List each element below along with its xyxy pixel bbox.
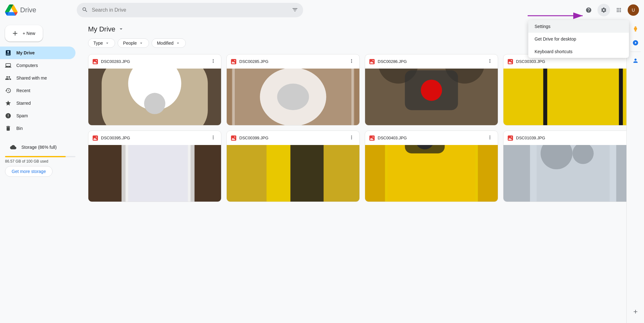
search-input[interactable] <box>92 7 288 13</box>
image-file-icon <box>369 58 375 65</box>
computers-icon <box>5 62 11 69</box>
file-more-button[interactable] <box>347 57 356 66</box>
file-thumbnail <box>227 69 359 125</box>
svg-rect-41 <box>388 145 475 202</box>
storage-icon <box>10 144 16 150</box>
file-card[interactable]: DSC00286.JPG <box>365 54 498 125</box>
file-name: DSC00285.JPG <box>239 59 269 64</box>
sidebar-item-my-drive[interactable]: My Drive <box>0 47 75 59</box>
settings-button[interactable] <box>597 4 610 16</box>
right-panel <box>626 20 644 323</box>
image-file-icon <box>230 135 237 141</box>
sidebar-item-shared[interactable]: Shared with me <box>0 72 75 84</box>
file-card-header: DSC00403.JPG <box>365 131 498 145</box>
logo-area: Drive <box>5 4 74 16</box>
get-more-storage-button[interactable]: Get more storage <box>5 166 53 177</box>
help-button[interactable] <box>582 4 595 16</box>
modified-filter-button[interactable]: Modified <box>152 38 186 48</box>
svg-rect-35 <box>267 145 291 202</box>
file-more-button[interactable] <box>209 133 217 142</box>
svg-point-13 <box>373 60 374 61</box>
drive-dropdown-arrow[interactable] <box>118 26 124 33</box>
sidebar-item-recent[interactable]: Recent <box>0 84 75 97</box>
file-thumbnail <box>88 145 221 202</box>
file-card-header: DSC01039.JPG <box>503 131 636 145</box>
file-name-area: DSC00283.JPG <box>92 58 130 65</box>
file-thumbnail <box>365 145 498 202</box>
storage-used-text: 86.57 GB of 100 GB used <box>5 159 75 164</box>
svg-point-45 <box>511 136 512 137</box>
svg-rect-54 <box>635 31 636 32</box>
file-grid: DSC00283.JPG <box>88 54 636 202</box>
file-thumbnail <box>227 145 359 202</box>
keep-button[interactable] <box>629 23 642 35</box>
sidebar-label-computers: Computers <box>16 63 38 68</box>
svg-point-18 <box>421 80 442 101</box>
search-bar[interactable] <box>77 3 303 17</box>
file-card[interactable]: DSC00395.JPG <box>88 131 221 202</box>
dropdown-keyboard-shortcuts[interactable]: Keyboard shortcuts <box>528 45 629 58</box>
sidebar-item-starred[interactable]: Starred <box>0 97 75 109</box>
file-card-header: DSC00286.JPG <box>365 54 498 69</box>
file-card[interactable]: DSC00283.JPG <box>88 54 221 125</box>
people-filter-button[interactable]: People <box>118 38 149 48</box>
svg-rect-44 <box>508 135 513 141</box>
svg-rect-31 <box>128 145 188 202</box>
filter-sliders-icon[interactable] <box>292 7 298 14</box>
file-name-area: DSC00286.JPG <box>369 58 407 65</box>
file-card-header: DSC00395.JPG <box>88 131 221 145</box>
google-apps-button[interactable] <box>613 4 625 16</box>
file-name: DSC00286.JPG <box>378 59 407 64</box>
dropdown-get-drive-desktop[interactable]: Get Drive for desktop <box>528 33 629 45</box>
sidebar-item-bin[interactable]: Bin <box>0 122 75 135</box>
file-card[interactable]: DSC01039.JPG <box>503 131 636 202</box>
storage-bar-background <box>5 156 75 157</box>
svg-point-5 <box>144 93 165 114</box>
sidebar-item-computers[interactable]: Computers <box>0 59 75 72</box>
svg-rect-26 <box>93 135 98 141</box>
svg-point-33 <box>234 136 235 137</box>
image-file-icon <box>92 135 98 141</box>
bin-icon <box>5 125 11 131</box>
image-file-icon <box>507 58 514 65</box>
tasks-button[interactable] <box>629 36 642 49</box>
search-icon <box>82 7 88 14</box>
sidebar-item-spam[interactable]: Spam <box>0 109 75 122</box>
svg-point-20 <box>511 60 512 61</box>
image-file-icon <box>369 135 375 141</box>
app-title: Drive <box>20 6 36 14</box>
file-name-area: DSC00285.JPG <box>230 58 269 65</box>
file-thumbnail <box>88 69 221 125</box>
user-avatar[interactable]: U <box>628 4 639 16</box>
sidebar-label-recent: Recent <box>16 88 30 93</box>
type-filter-button[interactable]: Type <box>88 38 115 48</box>
file-name-area: DSC00395.JPG <box>92 135 130 141</box>
file-name: DSC00303.JPG <box>516 59 545 64</box>
contacts-button[interactable] <box>629 54 642 67</box>
storage-section: Storage (86% full) 86.57 GB of 100 GB us… <box>0 137 80 183</box>
main-content: My Drive Type People Modified <box>80 20 644 323</box>
svg-rect-36 <box>291 145 324 202</box>
file-more-button[interactable] <box>347 133 356 142</box>
dropdown-settings[interactable]: Settings <box>528 20 629 33</box>
file-card[interactable]: DSC00285.JPG <box>226 54 360 125</box>
file-thumbnail <box>503 69 636 125</box>
file-card[interactable]: DSC00399.JPG <box>226 131 360 202</box>
new-button[interactable]: + New <box>5 25 43 42</box>
sidebar-label-my-drive: My Drive <box>16 50 35 55</box>
svg-rect-37 <box>369 135 375 141</box>
file-card[interactable]: DSC00403.JPG <box>365 131 498 202</box>
file-more-button[interactable] <box>209 57 217 66</box>
image-file-icon <box>92 58 98 65</box>
storage-label: Storage (86% full) <box>21 145 57 150</box>
file-card[interactable]: DSC00303.JPG <box>503 54 636 125</box>
file-card-header: DSC00285.JPG <box>227 54 359 69</box>
file-thumbnail <box>503 145 636 202</box>
file-card-header: DSC00283.JPG <box>88 54 221 69</box>
right-panel-divider <box>630 52 641 52</box>
svg-point-27 <box>96 136 97 137</box>
add-panel-button[interactable] <box>629 305 642 318</box>
file-more-button[interactable] <box>486 133 494 142</box>
file-more-button[interactable] <box>486 57 494 66</box>
file-name: DSC00399.JPG <box>239 136 269 140</box>
